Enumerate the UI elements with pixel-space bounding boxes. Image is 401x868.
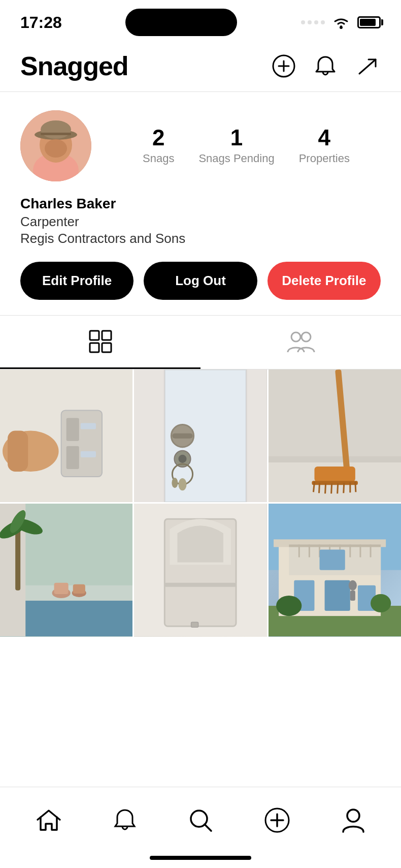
svg-rect-11 xyxy=(90,331,99,340)
svg-rect-23 xyxy=(81,451,96,457)
app-header: Snagged xyxy=(0,41,401,92)
stats-container: 2 Snags 1 Snags Pending 4 Properties xyxy=(112,127,381,165)
delete-profile-button[interactable]: Delete Profile xyxy=(268,262,381,300)
status-icons xyxy=(301,15,381,29)
people-tab-icon xyxy=(286,329,316,354)
profile-name: Charles Baker xyxy=(20,196,381,212)
send-button[interactable] xyxy=(353,52,381,80)
people-tab[interactable] xyxy=(201,316,401,369)
avatar xyxy=(20,110,91,181)
svg-rect-13 xyxy=(90,343,99,352)
svg-point-10 xyxy=(45,139,67,158)
stat-snags: 2 Snags xyxy=(143,127,174,165)
svg-line-45 xyxy=(331,483,331,493)
profile-top: 2 Snags 1 Snags Pending 4 Properties xyxy=(20,110,381,181)
svg-rect-59 xyxy=(54,583,69,594)
svg-rect-9 xyxy=(41,133,71,135)
logout-button[interactable]: Log Out xyxy=(144,262,257,300)
grid-tab-icon xyxy=(87,328,114,355)
svg-rect-65 xyxy=(191,623,198,628)
stat-properties: 4 Properties xyxy=(299,127,350,165)
photo-cell-2[interactable] xyxy=(134,369,266,502)
photo-grid xyxy=(0,369,401,637)
svg-rect-30 xyxy=(173,433,193,439)
status-bar: 17:28 xyxy=(0,0,401,41)
grid-tab[interactable] xyxy=(0,316,201,369)
svg-line-43 xyxy=(319,483,319,493)
svg-rect-25 xyxy=(8,431,28,472)
stat-snags-pending: 1 Snags Pending xyxy=(198,127,274,165)
dynamic-island xyxy=(125,9,237,36)
svg-rect-20 xyxy=(66,418,79,441)
snags-label: Snags xyxy=(143,152,174,165)
svg-line-89 xyxy=(205,824,211,831)
profile-role: Carpenter xyxy=(20,214,381,230)
profile-section: 2 Snags 1 Snags Pending 4 Properties Cha… xyxy=(0,92,401,316)
edit-profile-button[interactable]: Edit Profile xyxy=(20,262,133,300)
svg-rect-21 xyxy=(66,446,79,469)
svg-point-85 xyxy=(371,594,391,612)
nav-search[interactable] xyxy=(178,802,223,838)
signal-icon xyxy=(301,20,325,24)
svg-rect-12 xyxy=(102,331,111,340)
profile-company: Regis Contractors and Sons xyxy=(20,231,381,246)
svg-line-49 xyxy=(355,482,356,492)
battery-icon xyxy=(357,16,381,28)
photo-cell-6[interactable] xyxy=(269,504,401,636)
svg-rect-40 xyxy=(314,467,355,482)
svg-rect-82 xyxy=(324,580,350,611)
notifications-button[interactable] xyxy=(312,52,339,80)
svg-rect-71 xyxy=(289,545,381,547)
svg-point-86 xyxy=(348,580,356,591)
svg-point-32 xyxy=(179,455,187,463)
content-tabs xyxy=(0,316,401,369)
photo-cell-1[interactable] xyxy=(0,369,132,502)
app-title: Snagged xyxy=(20,51,128,81)
svg-point-0 xyxy=(340,26,343,29)
snags-count: 2 xyxy=(152,127,164,149)
photo-cell-4[interactable] xyxy=(0,504,132,636)
svg-rect-38 xyxy=(269,456,401,462)
svg-point-35 xyxy=(172,478,178,488)
snags-pending-count: 1 xyxy=(230,127,243,149)
wifi-icon xyxy=(332,15,350,29)
properties-count: 4 xyxy=(318,127,330,149)
svg-rect-87 xyxy=(350,591,355,601)
svg-rect-80 xyxy=(319,550,345,570)
header-icons xyxy=(270,52,381,80)
svg-point-8 xyxy=(41,120,71,139)
svg-point-15 xyxy=(291,332,300,342)
home-indicator xyxy=(150,856,251,860)
photo-cell-3[interactable] xyxy=(269,369,401,502)
svg-line-42 xyxy=(313,482,314,492)
photo-cell-5[interactable] xyxy=(134,504,266,636)
svg-rect-64 xyxy=(165,583,237,587)
nav-home[interactable] xyxy=(25,802,72,838)
svg-point-34 xyxy=(179,478,187,490)
add-button[interactable] xyxy=(270,52,297,80)
svg-line-44 xyxy=(325,483,325,493)
nav-add[interactable] xyxy=(254,802,300,839)
profile-info: Charles Baker Carpenter Regis Contractor… xyxy=(20,196,381,246)
svg-rect-14 xyxy=(102,343,111,352)
svg-rect-22 xyxy=(81,423,96,429)
svg-line-47 xyxy=(343,483,344,493)
svg-point-16 xyxy=(302,332,311,342)
svg-rect-61 xyxy=(73,584,85,594)
status-time: 17:28 xyxy=(20,13,62,32)
nav-notifications[interactable] xyxy=(103,802,147,839)
properties-label: Properties xyxy=(299,152,350,165)
svg-point-93 xyxy=(347,810,359,822)
svg-line-46 xyxy=(337,483,338,493)
svg-point-84 xyxy=(276,596,302,616)
profile-actions: Edit Profile Log Out Delete Profile xyxy=(20,262,381,300)
bottom-nav xyxy=(0,787,401,868)
avatar-art xyxy=(20,110,91,181)
snags-pending-label: Snags Pending xyxy=(198,152,274,165)
nav-profile[interactable] xyxy=(331,801,376,839)
